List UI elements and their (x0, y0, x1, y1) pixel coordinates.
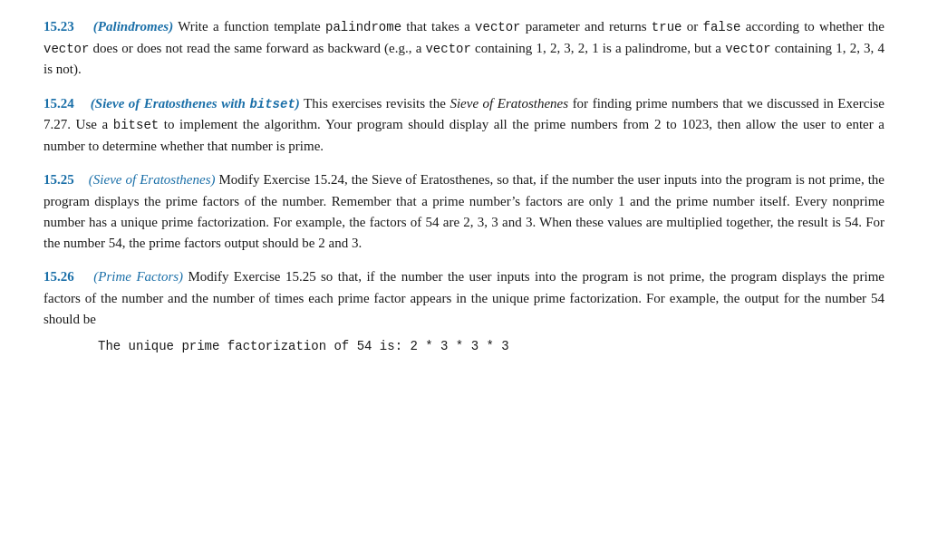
code-vector-4: vector (725, 42, 770, 56)
exercise-1524-title: (Sieve of Eratosthenes with bitset) (91, 96, 300, 111)
exercise-1524-number: 15.24 (44, 96, 74, 111)
sieve-italic-ref: Sieve of Eratosthenes (450, 96, 568, 111)
exercise-1526-text: 15.26 (Prime Factors) Modify Exercise 15… (44, 266, 884, 330)
exercise-1523-text: 15.23 (Palindromes) Write a function tem… (44, 16, 884, 81)
exercise-1526-number: 15.26 (44, 269, 74, 284)
code-true: true (652, 20, 682, 34)
exercise-1523-title: (Palindromes) (93, 19, 173, 34)
exercise-1524-text: 15.24 (Sieve of Eratosthenes with bitset… (44, 93, 884, 158)
exercise-1523-number: 15.23 (44, 19, 74, 34)
code-vector-1: vector (475, 20, 520, 34)
exercise-1526-title: (Prime Factors) (93, 269, 183, 284)
code-vector-2: vector (44, 42, 89, 56)
exercise-1525-title: (Sieve of Eratosthenes) (89, 172, 216, 187)
exercise-1523: 15.23 (Palindromes) Write a function tem… (44, 16, 884, 81)
exercise-1525-text: 15.25 (Sieve of Eratosthenes) Modify Exe… (44, 169, 884, 254)
exercise-1524: 15.24 (Sieve of Eratosthenes with bitset… (44, 93, 884, 158)
exercise-1525-number: 15.25 (44, 172, 74, 187)
code-palindrome: palindrome (325, 20, 401, 34)
code-bitset-1: bitset (113, 118, 159, 132)
code-vector-3: vector (425, 42, 470, 56)
code-false: false (702, 20, 740, 34)
exercise-1525: 15.25 (Sieve of Eratosthenes) Modify Exe… (44, 169, 884, 254)
exercise-1526: 15.26 (Prime Factors) Modify Exercise 15… (44, 266, 884, 356)
exercise-1526-code: The unique prime factorization of 54 is:… (98, 337, 884, 357)
page-content: 15.23 (Palindromes) Write a function tem… (44, 16, 884, 357)
